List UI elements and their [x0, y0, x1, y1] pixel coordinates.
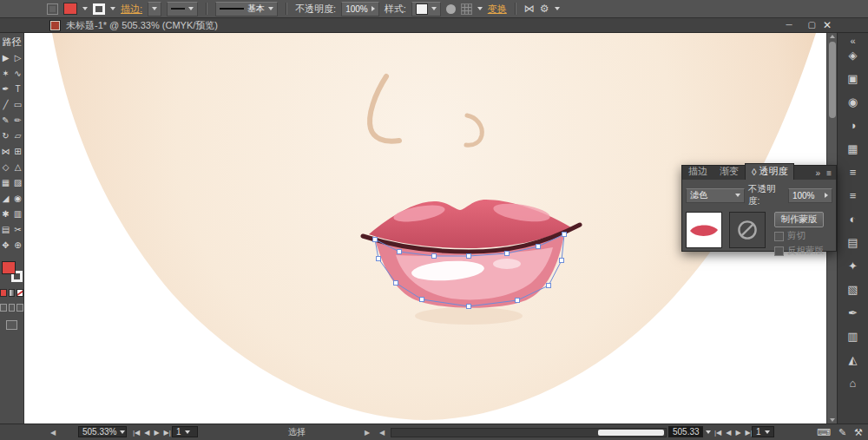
- anchor-point[interactable]: [536, 245, 541, 249]
- lasso-tool[interactable]: ∿: [13, 69, 23, 79]
- slice-tool[interactable]: ✂: [13, 225, 23, 235]
- scroll-down-icon[interactable]: [830, 418, 835, 422]
- anchor-point[interactable]: [373, 238, 378, 242]
- document-titlebar[interactable]: 未标题-1* @ 505.33% (CMYK/预览) ─ ▢ ✕: [0, 18, 868, 33]
- opacity-select[interactable]: 100%: [341, 2, 379, 16]
- collapse-panel-icon[interactable]: »: [816, 168, 821, 178]
- anchor-point[interactable]: [377, 257, 381, 261]
- close-button[interactable]: ✕: [823, 19, 832, 31]
- style-select[interactable]: [411, 2, 441, 16]
- minimize-button[interactable]: ─: [786, 20, 792, 30]
- stroke-panel-link[interactable]: 描边:: [121, 3, 142, 16]
- chevron-down-icon[interactable]: [477, 7, 483, 10]
- anchor-point[interactable]: [394, 281, 398, 286]
- scroll-mid-left-icon[interactable]: ◀: [379, 426, 385, 438]
- panel-icon[interactable]: ✦: [848, 260, 858, 273]
- stroke-caret-icon[interactable]: [110, 7, 115, 10]
- gradient-tool[interactable]: ▨: [13, 178, 23, 188]
- keyboard-icon[interactable]: ⌨: [814, 427, 833, 438]
- pen-tool[interactable]: ✒: [1, 84, 11, 95]
- stroke-color-swatch[interactable]: [93, 3, 105, 15]
- first-artboard-button[interactable]: |◀: [713, 429, 722, 437]
- panel-icon[interactable]: ▤: [847, 237, 858, 249]
- free-transform-tool[interactable]: ⊞: [13, 147, 23, 157]
- paintbrush-tool[interactable]: ✏: [13, 115, 23, 126]
- screen-mode-button[interactable]: [6, 320, 17, 330]
- clip-checkbox[interactable]: [774, 232, 784, 241]
- symbol-sprayer-tool[interactable]: ✱: [1, 209, 11, 220]
- shape-builder-tool[interactable]: ◇: [1, 162, 11, 173]
- artboard-number-select[interactable]: 1: [172, 426, 198, 437]
- pencil-tool[interactable]: ✎: [1, 115, 11, 126]
- next-artboard-button[interactable]: ▶: [153, 429, 160, 437]
- perspective-grid-tool[interactable]: △: [13, 162, 23, 173]
- panel-icon[interactable]: ≡: [850, 167, 857, 179]
- color-mode-button[interactable]: [0, 289, 7, 297]
- anchor-point[interactable]: [467, 254, 471, 259]
- prev-artboard-button[interactable]: ◀: [725, 429, 732, 437]
- panel-icon[interactable]: ✒: [848, 307, 858, 319]
- anchor-point[interactable]: [420, 298, 424, 302]
- zoom-display-right[interactable]: 505.33: [668, 426, 703, 437]
- selection-tool[interactable]: ▶: [1, 53, 11, 63]
- anchor-point[interactable]: [547, 284, 551, 288]
- anchor-point[interactable]: [467, 305, 471, 309]
- graph-tool[interactable]: ▥: [13, 209, 23, 220]
- clip-checkbox-row[interactable]: 剪切: [774, 230, 824, 242]
- invert-mask-checkbox[interactable]: [774, 246, 784, 256]
- vertical-scrollbar-thumb[interactable]: [829, 42, 836, 118]
- align-grid-icon[interactable]: [461, 3, 472, 15]
- fill-swatch[interactable]: [2, 261, 16, 274]
- draw-normal-button[interactable]: [0, 304, 7, 312]
- panel-opacity-select[interactable]: 100%: [788, 188, 832, 203]
- panel-icon[interactable]: ▣: [847, 73, 858, 85]
- shape-icon[interactable]: [446, 4, 456, 14]
- panel-icon[interactable]: ◉: [848, 96, 858, 108]
- last-artboard-button[interactable]: ▶|: [163, 429, 172, 437]
- magic-wand-tool[interactable]: ✶: [1, 69, 11, 79]
- scroll-mid-right-icon[interactable]: ▶: [365, 426, 370, 438]
- anchor-point[interactable]: [505, 252, 510, 256]
- pen-icon[interactable]: ✎: [836, 427, 849, 438]
- first-artboard-button[interactable]: |◀: [132, 429, 141, 437]
- artboard-tool[interactable]: ▤: [1, 225, 11, 235]
- blend-mode-select[interactable]: 滤色: [686, 188, 745, 203]
- zoom-level-select[interactable]: 505.33%: [78, 426, 127, 437]
- restore-button[interactable]: ▢: [808, 20, 816, 30]
- panel-icon[interactable]: ⌂: [850, 378, 857, 390]
- invert-mask-checkbox-row[interactable]: 反相蒙版: [774, 245, 824, 257]
- object-thumbnail[interactable]: [686, 212, 722, 248]
- line-segment-tool[interactable]: ╱: [1, 100, 11, 110]
- brush-definition-select[interactable]: 基本: [215, 2, 278, 16]
- mesh-tool[interactable]: ▦: [1, 178, 11, 188]
- fill-color-swatch[interactable]: [63, 3, 77, 15]
- anchor-point[interactable]: [432, 254, 437, 259]
- anchor-point[interactable]: [516, 299, 520, 303]
- panel-menu-icon[interactable]: ≡: [826, 168, 832, 178]
- fill-stroke-swatches[interactable]: [2, 261, 23, 282]
- draw-behind-button[interactable]: [9, 304, 16, 312]
- panel-icon[interactable]: ▧: [847, 284, 858, 296]
- transform-panel-link[interactable]: 变换: [488, 3, 507, 16]
- zoom-right-caret[interactable]: [706, 426, 711, 438]
- horizontal-scrollbar[interactable]: [391, 428, 667, 437]
- stroke-weight-select[interactable]: [148, 2, 161, 16]
- blend-tool[interactable]: ◉: [13, 194, 23, 204]
- panel-icon[interactable]: ◈: [849, 49, 858, 62]
- fill-caret-icon[interactable]: [82, 7, 88, 10]
- artboard-number-select-right[interactable]: 1: [752, 426, 774, 437]
- scale-tool[interactable]: ▱: [13, 131, 23, 141]
- anchor-point[interactable]: [398, 250, 402, 254]
- panel-icon[interactable]: ▥: [847, 331, 858, 343]
- type-tool[interactable]: T: [13, 84, 23, 95]
- eyedropper-tool[interactable]: ◢: [1, 194, 11, 204]
- wrench-icon[interactable]: ⚒: [852, 427, 865, 438]
- anchor-point[interactable]: [560, 259, 564, 263]
- scroll-up-icon[interactable]: [830, 35, 835, 38]
- zoom-tool[interactable]: ⊕: [13, 240, 23, 251]
- tab-stroke[interactable]: 描边: [682, 164, 713, 180]
- gradient-mode-button[interactable]: [9, 289, 16, 297]
- tab-gradient[interactable]: 渐变: [713, 164, 745, 180]
- direct-selection-tool[interactable]: ▷: [13, 53, 23, 63]
- none-mode-button[interactable]: [16, 289, 23, 297]
